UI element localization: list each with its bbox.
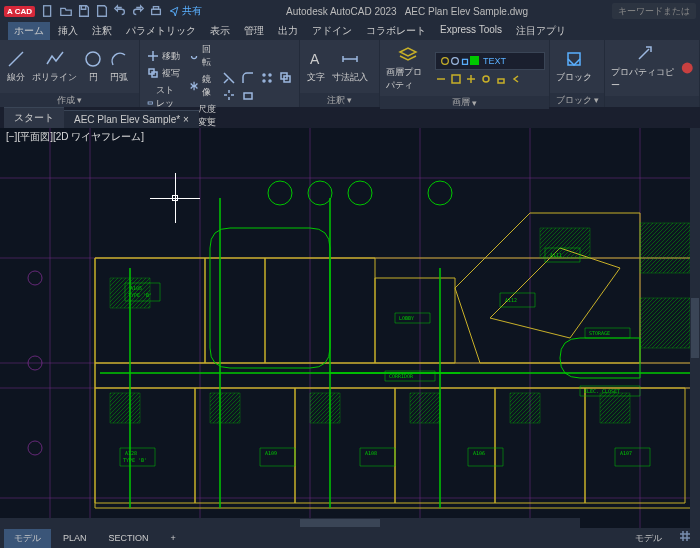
svg-text:A109: A109 <box>265 450 277 456</box>
svg-rect-54 <box>210 393 240 423</box>
svg-rect-60 <box>540 228 590 258</box>
viewport-label[interactable]: [−][平面図][2D ワイヤフレーム] <box>6 130 144 144</box>
scrollbar-vertical[interactable] <box>690 128 700 528</box>
erase-icon[interactable] <box>241 88 255 102</box>
tab-view[interactable]: 表示 <box>204 22 236 40</box>
tab-insert[interactable]: 挿入 <box>52 22 84 40</box>
search-input[interactable]: キーワードまたは <box>612 3 696 19</box>
tab-annotate[interactable]: 注釈 <box>86 22 118 40</box>
new-icon[interactable] <box>41 4 55 18</box>
drawing-viewport[interactable]: [−][平面図][2D ワイヤフレーム] <box>0 128 700 528</box>
doctab-start[interactable]: スタート <box>4 107 64 128</box>
print-icon[interactable] <box>149 4 163 18</box>
tab-featured[interactable]: 注目アプリ <box>510 22 572 40</box>
arc-button[interactable]: 円弧 <box>107 47 131 86</box>
tab-collab[interactable]: コラボレート <box>360 22 432 40</box>
tab-parametric[interactable]: パラメトリック <box>120 22 202 40</box>
panel-prop-label[interactable] <box>605 96 699 107</box>
color-icon[interactable] <box>680 60 695 76</box>
dim-button[interactable]: 寸法記入 <box>330 47 370 86</box>
floor-plan: A105TYPE 'B' A128TYPE 'B' A109 A108 A106… <box>0 128 700 528</box>
save-icon[interactable] <box>77 4 91 18</box>
svg-rect-0 <box>44 6 51 17</box>
block-button[interactable]: ブロック <box>554 47 594 86</box>
close-icon[interactable]: × <box>183 114 189 125</box>
svg-point-50 <box>308 181 332 205</box>
svg-rect-47 <box>265 258 375 363</box>
quick-access-toolbar <box>41 4 163 18</box>
svg-text:STORAGE: STORAGE <box>589 330 610 336</box>
svg-point-91 <box>28 441 42 455</box>
layout-add[interactable]: + <box>161 530 186 546</box>
svg-rect-48 <box>375 278 455 363</box>
layout-section[interactable]: SECTION <box>99 530 159 546</box>
array-icon[interactable] <box>260 71 274 85</box>
svg-rect-6 <box>148 102 152 104</box>
open-icon[interactable] <box>59 4 73 18</box>
svg-rect-1 <box>152 9 161 14</box>
svg-text:TYPE 'B': TYPE 'B' <box>128 292 152 298</box>
tab-manage[interactable]: 管理 <box>238 22 270 40</box>
share-button[interactable]: 共有 <box>169 4 202 18</box>
svg-rect-56 <box>410 393 440 423</box>
tab-express[interactable]: Express Tools <box>434 22 508 40</box>
panel-annot-label[interactable]: 注釈 ▾ <box>300 93 379 107</box>
svg-point-18 <box>452 57 459 64</box>
layout-model[interactable]: モデル <box>4 529 51 548</box>
svg-point-10 <box>269 74 271 76</box>
svg-text:CORRIDOR: CORRIDOR <box>389 373 414 379</box>
layer-prop-button[interactable]: 画層プロパティ <box>384 42 431 94</box>
mirror-button[interactable]: 鏡像 <box>186 72 220 100</box>
text-button[interactable]: A文字 <box>304 47 328 86</box>
svg-text:A111: A111 <box>550 252 562 258</box>
svg-rect-15 <box>244 93 252 99</box>
panel-block-label[interactable]: ブロック ▾ <box>550 93 604 107</box>
matchprop-button[interactable]: プロパティコピー <box>609 42 678 94</box>
layout-tabs: モデル PLAN SECTION + モデル <box>0 528 700 548</box>
svg-text:ELEC. CLOSET: ELEC. CLOSET <box>584 388 620 394</box>
svg-rect-22 <box>498 79 504 83</box>
layer-freeze-icon[interactable] <box>465 73 477 85</box>
svg-point-89 <box>28 271 42 285</box>
tab-addins[interactable]: アドイン <box>306 22 358 40</box>
svg-text:A112: A112 <box>505 297 517 303</box>
layout-plan[interactable]: PLAN <box>53 530 97 546</box>
layer-match-icon[interactable] <box>435 73 447 85</box>
layer-off-icon[interactable] <box>480 73 492 85</box>
layer-dropdown[interactable]: TEXT <box>435 52 545 70</box>
doctab-file[interactable]: AEC Plan Elev Sample* × <box>64 110 199 128</box>
svg-rect-62 <box>640 298 690 348</box>
doctab-add[interactable]: + <box>199 111 221 128</box>
move-button[interactable]: 移動 <box>144 49 184 64</box>
grid-icon[interactable] <box>678 529 692 543</box>
trim-icon[interactable] <box>222 71 236 85</box>
layer-lock-icon[interactable] <box>495 73 507 85</box>
svg-text:A108: A108 <box>365 450 377 456</box>
fillet-icon[interactable] <box>241 71 255 85</box>
line-button[interactable]: 線分 <box>4 47 28 86</box>
tab-home[interactable]: ホーム <box>8 22 50 40</box>
undo-icon[interactable] <box>113 4 127 18</box>
offset-icon[interactable] <box>279 71 293 85</box>
ribbon: 線分 ポリライン 円 円弧 作成 ▾ 移動 複写 ストレッチ 回転 鏡像 尺度変… <box>0 40 700 108</box>
rotate-button[interactable]: 回転 <box>186 42 220 70</box>
panel-draw-label[interactable]: 作成 ▾ <box>0 93 139 107</box>
tab-output[interactable]: 出力 <box>272 22 304 40</box>
saveas-icon[interactable] <box>95 4 109 18</box>
layer-iso-icon[interactable] <box>450 73 462 85</box>
status-model[interactable]: モデル <box>625 529 672 548</box>
svg-rect-61 <box>640 223 690 273</box>
svg-point-24 <box>682 63 693 74</box>
app-badge: A CAD <box>4 6 35 17</box>
polyline-button[interactable]: ポリライン <box>30 47 79 86</box>
panel-layer-label[interactable]: 画層 ▾ <box>380 96 549 109</box>
explode-icon[interactable] <box>222 88 236 102</box>
copy-button[interactable]: 複写 <box>144 66 184 81</box>
file-title: AEC Plan Elev Sample.dwg <box>405 6 528 17</box>
layer-prev-icon[interactable] <box>510 73 522 85</box>
circle-button[interactable]: 円 <box>81 47 105 86</box>
layer-color-swatch <box>470 56 479 65</box>
redo-icon[interactable] <box>131 4 145 18</box>
scrollbar-horizontal[interactable] <box>0 518 580 528</box>
svg-point-52 <box>428 181 452 205</box>
